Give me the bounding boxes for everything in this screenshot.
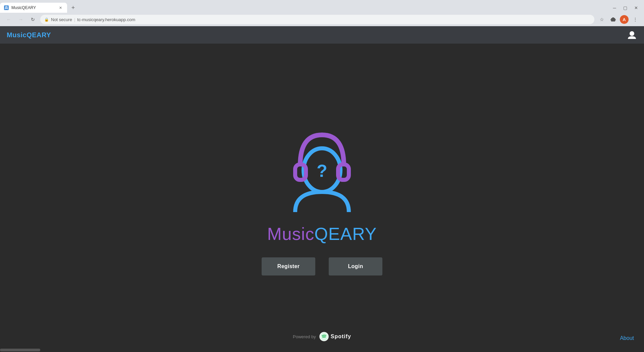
about-link[interactable]: About: [620, 335, 634, 341]
app-name-music: Music: [267, 224, 315, 244]
new-tab-button[interactable]: +: [68, 3, 78, 12]
window-controls: ─ ▢ ✕: [610, 4, 644, 12]
extensions-button[interactable]: [608, 15, 618, 24]
nav-user-icon[interactable]: [627, 30, 637, 40]
tab-bar: MusicQEARY ✕ + ─ ▢ ✕: [0, 0, 644, 13]
nav-title-music: Music: [7, 31, 26, 39]
svg-rect-3: [295, 164, 306, 180]
app-navigation: MusicQEARY: [0, 26, 644, 44]
svg-point-0: [6, 6, 7, 8]
svg-text:?: ?: [317, 161, 327, 181]
browser-scrollbar[interactable]: [0, 348, 644, 352]
nav-title-qeary: QEARY: [26, 31, 51, 39]
svg-rect-4: [338, 164, 349, 180]
scrollbar-thumb[interactable]: [0, 349, 40, 351]
reload-button[interactable]: ↻: [28, 15, 38, 24]
spotify-text: Spotify: [331, 334, 351, 340]
address-bar[interactable]: 🔒 Not secure | tc-musicqeary.herokuapp.c…: [40, 15, 594, 24]
register-button[interactable]: Register: [262, 257, 315, 275]
url-separator: |: [74, 17, 75, 22]
menu-button[interactable]: ⋮: [631, 15, 640, 24]
security-label: Not secure: [51, 17, 72, 22]
minimize-button[interactable]: ─: [610, 4, 619, 12]
buttons-row: Register Login: [262, 257, 382, 275]
tab-favicon: [4, 5, 9, 10]
security-icon: 🔒: [44, 17, 49, 22]
maximize-button[interactable]: ▢: [621, 4, 629, 12]
profile-button[interactable]: A: [620, 15, 629, 24]
browser-actions: ☆ A ⋮: [597, 15, 640, 24]
app-logo: ?: [275, 116, 369, 217]
svg-point-1: [630, 31, 634, 36]
star-button[interactable]: ☆: [597, 15, 606, 24]
login-button[interactable]: Login: [329, 257, 382, 275]
app-content: ? MusicQEARY Register Login Powered by S…: [0, 44, 644, 348]
back-button[interactable]: ←: [4, 15, 13, 24]
logo-container: ? MusicQEARY Register Login: [262, 116, 382, 275]
app-footer: Powered by Spotify: [293, 332, 351, 341]
powered-by-text: Powered by: [293, 334, 316, 339]
forward-button[interactable]: →: [16, 15, 25, 24]
app-nav-title[interactable]: MusicQEARY: [7, 31, 51, 39]
tab-title: MusicQEARY: [11, 5, 55, 10]
app-name-qeary: QEARY: [314, 224, 377, 244]
browser-chrome: MusicQEARY ✕ + ─ ▢ ✕ ← → ↻ 🔒 Not secure …: [0, 0, 644, 26]
tab-close-button[interactable]: ✕: [58, 5, 63, 10]
app-name: MusicQEARY: [267, 224, 377, 244]
spotify-logo: Spotify: [319, 332, 351, 341]
active-tab[interactable]: MusicQEARY ✕: [0, 3, 67, 13]
spotify-icon: [319, 332, 329, 341]
close-button[interactable]: ✕: [632, 4, 640, 12]
url-text: tc-musicqeary.herokuapp.com: [77, 17, 135, 22]
address-bar-row: ← → ↻ 🔒 Not secure | tc-musicqeary.herok…: [0, 13, 644, 26]
